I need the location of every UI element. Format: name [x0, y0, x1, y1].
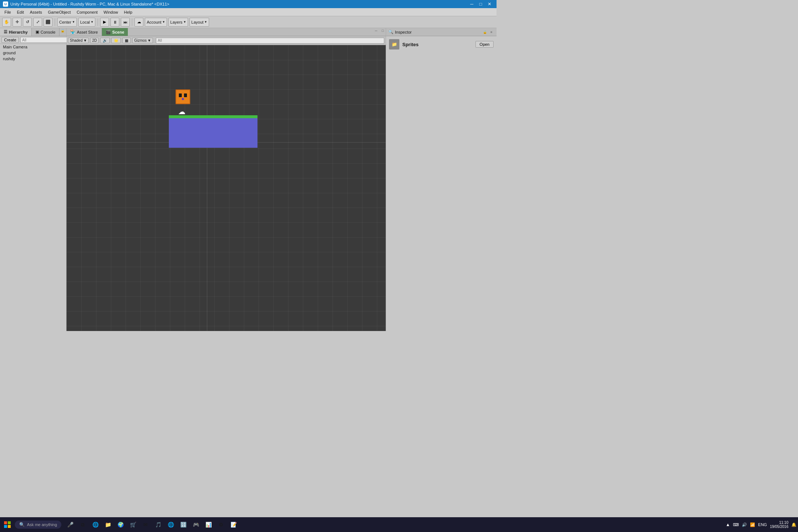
ground-top	[169, 115, 258, 118]
shading-dropdown-arrow: ▼	[83, 38, 87, 42]
window-title: Unity Personal (64bit) - Untitled - Rush…	[10, 2, 468, 6]
play-button[interactable]: ▶	[100, 18, 109, 27]
scene-tabs: 🏪 Asset Store 🎬 Scene ─ □	[66, 28, 386, 36]
menu-file[interactable]: File	[1, 9, 14, 15]
scene-minimize-icon[interactable]: ─	[373, 28, 379, 33]
menu-edit[interactable]: Edit	[14, 9, 27, 15]
hierarchy-panel: ☰ Hierarchy ▣ Console 🔒 ≡ Create Main Ca…	[0, 28, 66, 331]
account-label: Account	[147, 20, 161, 24]
tool-move[interactable]: ✛	[13, 18, 21, 27]
pause-button[interactable]: ⏸	[110, 18, 119, 27]
center-area: 🏪 Asset Store 🎬 Scene ─ □ Shaded ▼ 2D 🔊 …	[66, 28, 386, 331]
separator-1	[55, 18, 55, 26]
char-eyes	[179, 93, 187, 97]
pivot-center-dropdown[interactable]: Center ▼	[57, 18, 77, 27]
hierarchy-tabs: ☰ Hierarchy ▣ Console 🔒 ≡	[0, 28, 66, 36]
menu-help[interactable]: Help	[121, 9, 135, 15]
scene-overlay-btn[interactable]: ▦	[122, 38, 131, 43]
layout-dropdown[interactable]: Layout ▼	[190, 18, 209, 27]
hierarchy-item-ground[interactable]: ground	[0, 50, 66, 56]
inspector-open-btn[interactable]: Open	[475, 41, 494, 48]
menu-bar: File Edit Assets GameObject Component Wi…	[0, 8, 497, 16]
layers-arrow: ▼	[183, 20, 186, 24]
menu-window[interactable]: Window	[100, 9, 121, 15]
shading-mode-dropdown[interactable]: Shaded ▼	[68, 38, 89, 43]
minimize-button[interactable]: ─	[468, 1, 476, 7]
inspector-item-name: Sprites	[402, 42, 419, 47]
scene-toolbar: Shaded ▼ 2D 🔊 🌟 ▦ Gizmos ▼	[66, 36, 386, 45]
menu-assets[interactable]: Assets	[27, 9, 45, 15]
scene-search-input[interactable]	[156, 38, 384, 44]
inspector-panel: 🔍 Inspector 🔒 ≡ 📁 Sprites Open Asset Lab…	[386, 28, 497, 331]
char-eye-left	[179, 93, 182, 97]
account-dropdown[interactable]: Account ▼	[145, 18, 167, 27]
scene-audio-btn[interactable]: 🔊	[100, 38, 110, 43]
scene-maximize-icon[interactable]: □	[380, 28, 386, 33]
sprites-folder-icon-inspector: 📁	[389, 39, 399, 50]
inspector-lock-icon[interactable]: 🔒	[482, 30, 488, 35]
gizmos-arrow: ▼	[147, 38, 151, 42]
tab-scene[interactable]: 🎬 Scene	[102, 28, 128, 36]
inspector-header: 🔍 Inspector 🔒 ≡	[386, 28, 497, 36]
maximize-button[interactable]: □	[477, 1, 485, 7]
gizmos-dropdown[interactable]: Gizmos ▼	[132, 38, 153, 43]
toolbar: ✋ ✛ ↺ ⤢ ⬛ Center ▼ Local ▼ ▶ ⏸ ⏭ ☁ Accou…	[0, 16, 497, 28]
pivot-local-arrow: ▼	[91, 20, 93, 24]
hierarchy-search-input[interactable]	[20, 37, 71, 43]
menu-component[interactable]: Component	[74, 9, 100, 15]
inspector-panel-controls[interactable]: 🔒 ≡	[482, 30, 494, 35]
step-button[interactable]: ⏭	[121, 18, 130, 27]
hierarchy-item-rushdy[interactable]: rushdy	[0, 56, 66, 62]
hierarchy-create-btn[interactable]: Create	[1, 37, 19, 43]
separator-2	[98, 18, 98, 26]
menu-gameobject[interactable]: GameObject	[45, 9, 74, 15]
tool-rotate[interactable]: ↺	[23, 18, 32, 27]
char-eye-right	[184, 93, 187, 97]
inspector-content: 📁 Sprites Open	[386, 36, 497, 331]
tool-rect[interactable]: ⬛	[44, 18, 52, 27]
title-bar: U Unity Personal (64bit) - Untitled - Ru…	[0, 0, 497, 8]
pivot-local-dropdown[interactable]: Local ▼	[78, 18, 95, 27]
rushdy-sprite[interactable]	[175, 89, 190, 104]
separator-3	[132, 18, 132, 26]
inspector-menu-icon[interactable]: ≡	[488, 30, 494, 35]
inspector-tab-label: Inspector	[395, 30, 412, 34]
app-icon: U	[3, 1, 8, 7]
layout-label: Layout	[191, 20, 204, 24]
pivot-center-arrow: ▼	[72, 20, 75, 24]
ground-body	[169, 118, 258, 148]
hierarchy-toolbar: Create	[0, 36, 66, 44]
ground-sprite[interactable]	[169, 115, 258, 148]
scene-viewport: ☁	[66, 45, 386, 331]
tool-hand[interactable]: ✋	[2, 18, 11, 27]
pivot-center-label: Center	[59, 20, 71, 24]
scene-objects: ☁	[66, 45, 386, 331]
scene-panel-controls[interactable]: ─ □	[373, 28, 386, 36]
inspector-sprites-item: 📁 Sprites Open	[389, 39, 494, 50]
account-arrow: ▼	[162, 20, 165, 24]
cloud-sprite: ☁	[178, 107, 189, 115]
layout-arrow: ▼	[204, 20, 207, 24]
scene-effects-btn[interactable]: 🌟	[111, 38, 121, 43]
pivot-local-label: Local	[80, 20, 90, 24]
close-button[interactable]: ✕	[485, 1, 494, 7]
main-layout: ☰ Hierarchy ▣ Console 🔒 ≡ Create Main Ca…	[0, 28, 497, 331]
inspector-icon: 🔍	[388, 30, 393, 34]
dimension-dropdown[interactable]: 2D	[90, 38, 99, 43]
cloud-button[interactable]: ☁	[134, 18, 143, 27]
layers-label: Layers	[170, 20, 183, 24]
tab-asset-store[interactable]: 🏪 Asset Store	[66, 28, 102, 36]
tool-scale[interactable]: ⤢	[33, 18, 42, 27]
hierarchy-item-main-camera[interactable]: Main Camera	[0, 44, 66, 50]
window-controls[interactable]: ─ □ ✕	[468, 1, 494, 7]
layers-dropdown[interactable]: Layers ▼	[168, 18, 188, 27]
hierarchy-lock-icon[interactable]: 🔒	[59, 28, 65, 33]
char-mouth	[182, 98, 184, 100]
tab-console[interactable]: ▣ Console	[32, 28, 59, 36]
tab-hierarchy[interactable]: ☰ Hierarchy	[0, 28, 32, 36]
